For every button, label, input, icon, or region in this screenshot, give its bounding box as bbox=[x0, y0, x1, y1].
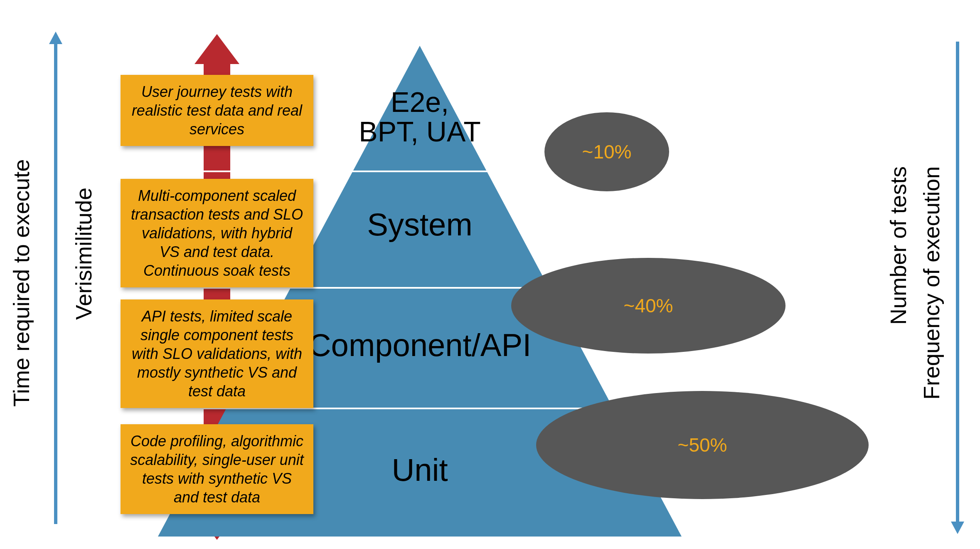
note-e2e: User journey tests with realistic test d… bbox=[121, 75, 313, 146]
percent-label: ~10% bbox=[582, 141, 632, 163]
tier-component-label: Component/API bbox=[308, 329, 532, 362]
frequency-axis-arrow bbox=[956, 42, 959, 524]
percent-bubble-50: ~50% bbox=[536, 391, 869, 499]
percent-label: ~40% bbox=[624, 294, 673, 317]
tier-e2e-label: E2e, BPT, UAT bbox=[359, 87, 480, 147]
percent-bubble-10: ~10% bbox=[544, 112, 669, 191]
tests-axis-label: Number of tests bbox=[885, 83, 911, 408]
percent-label: ~50% bbox=[678, 434, 727, 456]
time-axis-label: Time required to execute bbox=[8, 33, 34, 532]
percent-bubble-40: ~40% bbox=[511, 258, 785, 354]
tier-unit-label: Unit bbox=[392, 453, 448, 487]
verisimilitude-axis-label: Verisimilitude bbox=[71, 96, 96, 412]
note-unit: Code profiling, algorithmic scalability,… bbox=[121, 424, 313, 514]
testing-pyramid-diagram: Time required to execute Verisimilitude … bbox=[0, 0, 980, 549]
note-component: API tests, limited scale single componen… bbox=[121, 299, 313, 408]
frequency-axis-label: Frequency of execution bbox=[918, 33, 944, 532]
tier-system-label: System bbox=[367, 208, 472, 241]
time-axis-arrow bbox=[54, 42, 57, 524]
note-system: Multi-component scaled transaction tests… bbox=[121, 179, 313, 287]
